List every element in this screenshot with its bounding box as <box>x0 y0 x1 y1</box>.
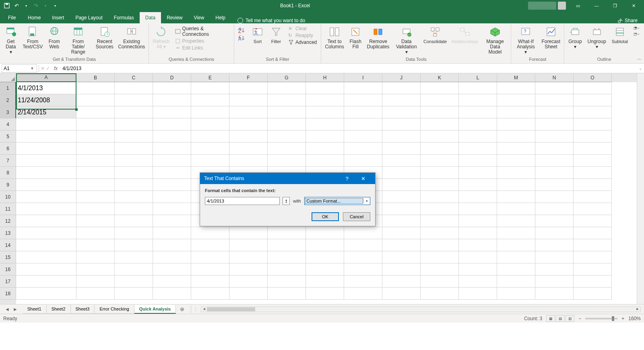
cell[interactable] <box>115 118 153 130</box>
cell[interactable] <box>382 118 421 130</box>
cell[interactable] <box>268 288 306 300</box>
cell[interactable] <box>76 263 115 275</box>
cell[interactable] <box>16 191 76 203</box>
refresh-all-button[interactable]: RefreshAll ▾ <box>151 25 172 50</box>
cell[interactable] <box>191 263 229 275</box>
cell[interactable] <box>229 227 268 239</box>
cell[interactable] <box>306 155 344 167</box>
column-header[interactable]: M <box>497 73 535 82</box>
column-header[interactable]: K <box>421 73 459 82</box>
cell[interactable] <box>16 288 76 300</box>
cell[interactable] <box>382 167 421 179</box>
zoom-level[interactable]: 160% <box>628 316 641 321</box>
cell[interactable] <box>382 130 421 143</box>
cell[interactable] <box>382 143 421 155</box>
cell[interactable] <box>229 82 268 94</box>
cell[interactable] <box>344 251 382 263</box>
cell[interactable] <box>421 94 459 106</box>
cell[interactable] <box>115 94 153 106</box>
cell[interactable] <box>229 251 268 263</box>
cell[interactable] <box>421 167 459 179</box>
cell[interactable] <box>268 251 306 263</box>
cell[interactable] <box>268 82 306 94</box>
cell[interactable] <box>191 143 229 155</box>
tab-help[interactable]: Help <box>210 12 231 23</box>
cell[interactable] <box>76 239 115 251</box>
cell[interactable] <box>344 239 382 251</box>
add-sheet-button[interactable]: ⊕ <box>176 304 188 314</box>
cell[interactable] <box>115 227 153 239</box>
cell[interactable] <box>574 167 612 179</box>
cell[interactable] <box>115 106 153 118</box>
cell[interactable] <box>306 118 344 130</box>
cell[interactable] <box>459 275 497 288</box>
cell[interactable] <box>421 130 459 143</box>
dialog-close-icon[interactable]: ✕ <box>355 173 371 184</box>
tab-scroll-right-icon[interactable]: ► <box>13 307 18 312</box>
cell[interactable] <box>76 82 115 94</box>
column-header[interactable]: A <box>16 73 76 82</box>
cell[interactable] <box>535 155 574 167</box>
cell[interactable] <box>535 215 574 227</box>
cell[interactable] <box>115 191 153 203</box>
row-header[interactable]: 17 <box>0 275 16 288</box>
tab-view[interactable]: View <box>188 12 210 23</box>
cell[interactable] <box>535 203 574 215</box>
cell[interactable] <box>191 130 229 143</box>
cell[interactable] <box>344 155 382 167</box>
cell[interactable] <box>497 143 535 155</box>
column-header[interactable]: H <box>306 73 344 82</box>
cell[interactable] <box>229 275 268 288</box>
tab-page-layout[interactable]: Page Layout <box>70 12 108 23</box>
cell[interactable] <box>76 143 115 155</box>
cell[interactable] <box>459 288 497 300</box>
cell[interactable] <box>306 251 344 263</box>
cell[interactable] <box>268 118 306 130</box>
dialog-ok-button[interactable]: OK <box>312 212 339 221</box>
ungroup-button[interactable]: Ungroup▾ <box>585 25 609 50</box>
cell[interactable] <box>459 239 497 251</box>
cell[interactable] <box>497 179 535 191</box>
cell[interactable] <box>382 215 421 227</box>
formula-input[interactable]: 4/1/2013 <box>60 66 637 71</box>
page-layout-view-icon[interactable]: ▤ <box>556 315 565 322</box>
sheet-tab[interactable]: Error Checking <box>95 305 134 314</box>
cell[interactable] <box>153 130 191 143</box>
cell[interactable] <box>191 94 229 106</box>
redo-icon[interactable]: ↷ <box>32 2 39 9</box>
cell[interactable] <box>344 106 382 118</box>
cell[interactable] <box>16 203 76 215</box>
cell[interactable] <box>153 239 191 251</box>
forecast-sheet-button[interactable]: ForecastSheet <box>539 25 562 50</box>
queries-connections-button[interactable]: Queries & Connections <box>174 25 231 37</box>
sort-az-button[interactable]: AZ <box>237 27 246 34</box>
cell[interactable] <box>268 263 306 275</box>
cell[interactable] <box>16 263 76 275</box>
cell[interactable] <box>76 215 115 227</box>
cell[interactable] <box>115 82 153 94</box>
cell[interactable] <box>497 191 535 203</box>
cell[interactable] <box>421 288 459 300</box>
cell[interactable] <box>421 106 459 118</box>
share-button[interactable]: Share <box>617 18 638 23</box>
cell[interactable] <box>76 106 115 118</box>
normal-view-icon[interactable]: ▦ <box>546 315 555 322</box>
cell[interactable] <box>459 191 497 203</box>
cell[interactable] <box>153 191 191 203</box>
cell[interactable] <box>191 227 229 239</box>
cell[interactable] <box>229 288 268 300</box>
sheet-tab[interactable]: Sheet2 <box>47 305 71 314</box>
cell[interactable] <box>421 227 459 239</box>
column-header[interactable]: F <box>229 73 268 82</box>
cell[interactable] <box>153 82 191 94</box>
row-header[interactable]: 6 <box>0 143 16 155</box>
cell[interactable] <box>459 227 497 239</box>
group-button[interactable]: Group▾ <box>566 25 584 50</box>
dialog-text-input[interactable]: 4/1/2013 <box>205 197 280 205</box>
cell[interactable] <box>344 143 382 155</box>
cell[interactable] <box>153 94 191 106</box>
get-data-button[interactable]: GetData ▾ <box>2 25 20 56</box>
cell[interactable] <box>497 118 535 130</box>
column-header[interactable]: B <box>76 73 115 82</box>
cell[interactable] <box>459 251 497 263</box>
